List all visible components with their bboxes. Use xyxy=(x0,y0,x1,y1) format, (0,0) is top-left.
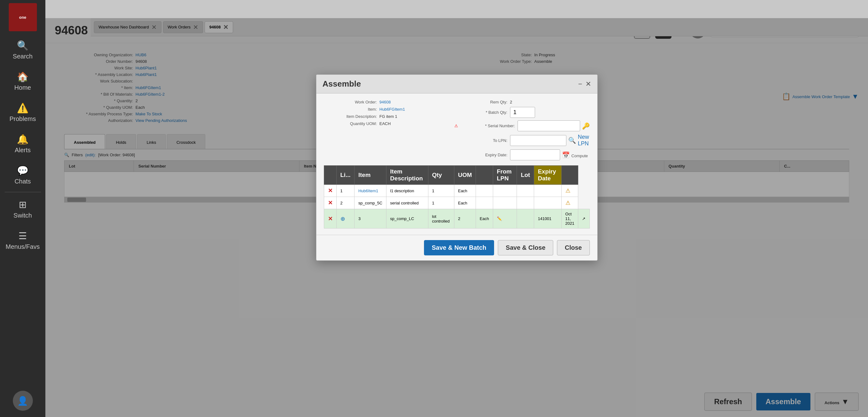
comp-row-delete[interactable]: ✕ xyxy=(324,185,336,197)
comp-row-expiry xyxy=(534,197,561,209)
comp-row-delete[interactable]: ✕ xyxy=(324,209,336,229)
comp-row-item: sp_comp_5C xyxy=(354,197,386,209)
modal-batch-qty-field: * Batch Qty: xyxy=(454,107,590,118)
comp-row-action-icon[interactable]: ↗ xyxy=(578,209,590,229)
modal-body: Work Order: 94608 Item: Hub6FGItem1 Item… xyxy=(316,94,597,235)
comp-col-lot: Lot xyxy=(517,166,534,185)
sidebar-item-alerts[interactable]: 🔔 Alerts xyxy=(0,128,45,160)
modal-to-lpn-field: To LPN: 🔍 New LPN xyxy=(454,134,590,147)
comp-col-uom: UOM xyxy=(454,166,476,185)
comp-row-from-lpn xyxy=(493,185,517,197)
comp-col-from-lpn: From LPN xyxy=(493,166,517,185)
modal-rem-qty-label: Rem Qty: xyxy=(454,100,507,104)
app-logo[interactable]: one xyxy=(9,3,37,31)
modal-to-lpn-label: To LPN: xyxy=(454,138,507,143)
modal-close-button[interactable]: ✕ xyxy=(585,80,591,88)
comp-row-from-lpn xyxy=(493,197,517,209)
sidebar-item-label: Chats xyxy=(14,178,31,185)
compute-button[interactable]: 📅 Compute xyxy=(562,151,588,159)
modal-info-grid: Work Order: 94608 Item: Hub6FGItem1 Item… xyxy=(324,100,590,160)
comp-col-action xyxy=(324,166,336,185)
comp-col-action2 xyxy=(561,166,578,185)
assemble-modal: Assemble − ✕ Work Order: 94608 xyxy=(316,74,598,261)
sidebar-bottom: 👤 xyxy=(13,391,33,417)
comp-row-warn: ⚠ xyxy=(561,197,578,209)
modal-item-value[interactable]: Hub6FGItem1 xyxy=(379,107,405,112)
sidebar-item-chats[interactable]: 💬 Chats xyxy=(0,160,45,191)
comp-row-edit-icon xyxy=(476,185,493,197)
sidebar-item-label: Menus/Favs xyxy=(6,243,40,250)
modal-header-actions: − ✕ xyxy=(578,80,591,88)
modal-batch-qty-label: * Batch Qty: xyxy=(454,110,507,115)
modal-to-lpn-input[interactable] xyxy=(510,135,566,146)
comp-row-expiry xyxy=(534,185,561,197)
menu-icon: ☰ xyxy=(19,231,27,241)
comp-row-add[interactable]: ⊕ xyxy=(336,209,354,229)
user-avatar[interactable]: 👤 xyxy=(13,391,33,411)
comp-row-edit-icon[interactable]: ✏️ xyxy=(493,209,517,229)
modal-qty-uom-value: EACH xyxy=(379,121,391,126)
modal-serial-number-field: ⚠ * Serial Number: 🔑 xyxy=(454,120,590,131)
modal-item-field: Item: Hub6FGItem1 xyxy=(324,107,448,112)
comp-row-lot xyxy=(517,197,534,209)
modal-expiry-date-field: Expiry Date: 📅 Compute xyxy=(454,149,590,160)
comp-row-edit-icon xyxy=(476,197,493,209)
sidebar-item-label: Home xyxy=(14,84,31,91)
modal-work-order-value: 94608 xyxy=(379,100,391,104)
serial-key-button[interactable]: 🔑 xyxy=(582,122,590,130)
modal-serial-input[interactable] xyxy=(518,120,580,131)
expiry-input-group: 📅 Compute xyxy=(510,149,588,160)
modal-item-desc-value: FG item 1 xyxy=(379,114,397,119)
modal-batch-qty-input[interactable] xyxy=(510,107,535,118)
sidebar-item-switch[interactable]: ⊞ Switch xyxy=(0,194,45,225)
sidebar: one 🔍 Search 🏠 Home ⚠️ Problems 🔔 Alerts… xyxy=(0,0,45,417)
sidebar-item-search[interactable]: 🔍 Search xyxy=(0,34,45,66)
comp-col-desc: Item Description xyxy=(386,166,428,185)
modal-work-order-field: Work Order: 94608 xyxy=(324,100,448,104)
comp-row-item: sp_comp_LC xyxy=(386,209,428,229)
sidebar-divider xyxy=(5,192,41,192)
modal-item-desc-label: Item Description: xyxy=(324,114,377,119)
comp-col-item: Item xyxy=(354,166,386,185)
modal-close-footer-button[interactable]: Close xyxy=(557,240,590,255)
save-new-batch-button[interactable]: Save & New Batch xyxy=(424,240,494,255)
modal-expiry-label: Expiry Date: xyxy=(454,152,507,157)
sidebar-item-problems[interactable]: ⚠️ Problems xyxy=(0,97,45,128)
modal-minimize-button[interactable]: − xyxy=(578,80,582,88)
comp-row-desc: l1 description xyxy=(386,185,428,197)
components-table: Li... Item Item Description Qty UOM From… xyxy=(324,165,590,229)
modal-overlay: Assemble − ✕ Work Order: 94608 xyxy=(45,18,868,417)
sidebar-item-menus[interactable]: ☰ Menus/Favs xyxy=(0,225,45,256)
comp-row-lot xyxy=(517,185,534,197)
comp-col-expiry: Expiry Date xyxy=(534,166,561,185)
comp-col-qty: Qty xyxy=(428,166,454,185)
lpn-search-button[interactable]: 🔍 xyxy=(568,137,576,144)
main-content: Warehouse Neo Dashboard ✕ Work Orders ✕ … xyxy=(45,18,868,417)
modal-footer: Save & New Batch Save & Close Close xyxy=(316,235,597,260)
comp-row-lot: 141001 xyxy=(534,209,561,229)
comp-row-line: 1 xyxy=(336,185,354,197)
comp-row-from-lpn xyxy=(517,209,534,229)
comp-row-qty: 2 xyxy=(454,209,476,229)
comp-row-qty: 1 xyxy=(428,197,454,209)
comp-row-item: Hub6Item1 xyxy=(354,185,386,197)
comp-row-delete[interactable]: ✕ xyxy=(324,197,336,209)
save-close-button[interactable]: Save & Close xyxy=(498,240,553,255)
switch-icon: ⊞ xyxy=(19,199,27,210)
sidebar-item-label: Alerts xyxy=(15,147,31,154)
modal-qty-uom-field: Quantity UOM: EACH xyxy=(324,121,448,126)
new-lpn-link[interactable]: New LPN xyxy=(578,134,590,147)
modal-expiry-input[interactable] xyxy=(510,149,560,160)
comp-row-warn: ⚠ xyxy=(561,185,578,197)
comp-row-1: ✕ 1 Hub6Item1 l1 description 1 Each ⚠ xyxy=(324,185,590,197)
modal-title: Assemble xyxy=(322,79,361,89)
modal-header: Assemble − ✕ xyxy=(316,75,597,94)
warning-icon: ⚠️ xyxy=(17,103,29,113)
search-icon: 🔍 xyxy=(17,40,29,51)
modal-serial-label: * Serial Number: xyxy=(462,124,515,128)
sidebar-item-home[interactable]: 🏠 Home xyxy=(0,66,45,97)
bell-icon: 🔔 xyxy=(17,134,29,145)
serial-warn-icon: ⚠ xyxy=(454,124,458,128)
comp-row-uom: Each xyxy=(454,197,476,209)
modal-right-col: Rem Qty: 2 * Batch Qty: ⚠ * Serial Numbe… xyxy=(454,100,590,160)
